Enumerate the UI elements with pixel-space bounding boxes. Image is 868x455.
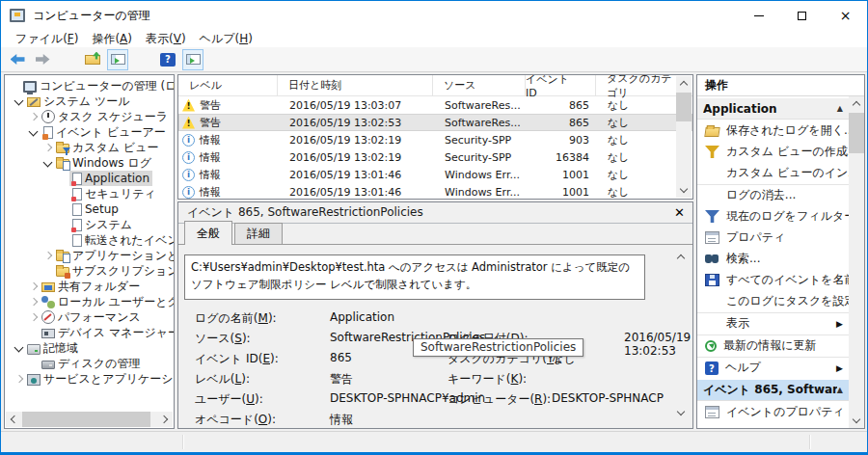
collapse-icon[interactable]: ▲ bbox=[837, 104, 843, 113]
tree-item[interactable]: サービスとアプリケーション bbox=[5, 371, 174, 387]
scroll-up-icon[interactable] bbox=[849, 96, 864, 112]
scroll-thumb[interactable] bbox=[849, 113, 864, 153]
expander-icon[interactable] bbox=[27, 280, 41, 293]
tree-item[interactable]: Setup bbox=[5, 201, 174, 217]
detail-tab[interactable]: 全般 bbox=[184, 221, 232, 245]
expander-icon[interactable] bbox=[13, 372, 26, 386]
action-item[interactable]: ヘルプ ▶ bbox=[697, 357, 849, 378]
toolbar-button[interactable] bbox=[107, 49, 128, 70]
action-group-header-event[interactable]: イベント 865, SoftwareRest... ▲ bbox=[697, 380, 849, 401]
column-header-datetime[interactable]: 日付と時刻 bbox=[278, 75, 433, 95]
action-item[interactable]: イベントのプロパティ ▶ bbox=[697, 401, 849, 422]
tree-item[interactable]: ローカル ユーザーとグループ bbox=[5, 294, 174, 309]
toolbar-button[interactable] bbox=[32, 49, 53, 70]
scroll-thumb[interactable] bbox=[676, 93, 692, 121]
expander-icon[interactable] bbox=[41, 249, 55, 262]
tree-item[interactable]: コンピューターの管理 (ローカル) bbox=[5, 78, 174, 94]
maximize-button[interactable] bbox=[780, 1, 824, 30]
expander-icon[interactable] bbox=[27, 357, 41, 370]
detail-tab[interactable]: 詳細 bbox=[234, 223, 283, 245]
minimize-button[interactable] bbox=[737, 1, 780, 30]
menu-item[interactable]: ファイル(F) bbox=[9, 31, 85, 47]
scroll-down-icon[interactable] bbox=[676, 182, 692, 198]
action-item[interactable]: ログの消去... ▶ bbox=[697, 184, 849, 205]
menu-item[interactable]: 表示(V) bbox=[139, 31, 193, 47]
expander-icon[interactable] bbox=[56, 218, 69, 231]
expander-icon[interactable] bbox=[27, 326, 41, 339]
tree-item[interactable]: Windows ログ bbox=[5, 155, 174, 171]
expander-icon[interactable] bbox=[56, 172, 69, 185]
menu-item[interactable]: ヘルプ(H) bbox=[193, 31, 259, 47]
tree-item[interactable]: 記憶域 bbox=[5, 340, 174, 356]
toolbar-button[interactable] bbox=[132, 49, 153, 70]
event-row[interactable]: 情報 2016/05/19 13:01:46 Windows Err... 10… bbox=[178, 183, 692, 200]
event-message[interactable]: C:¥Users¥admin¥Desktop¥test.hta へのアクセスは … bbox=[184, 254, 645, 300]
column-header-category[interactable]: タスクのカテゴリ bbox=[596, 75, 678, 95]
column-header-level[interactable]: レベル bbox=[178, 75, 278, 95]
column-header-source[interactable]: ソース bbox=[433, 75, 526, 95]
actions-scrollbar[interactable] bbox=[849, 96, 864, 428]
column-header-eventid[interactable]: イベント ID bbox=[526, 75, 596, 95]
scroll-down-icon[interactable] bbox=[849, 413, 864, 428]
expander-icon[interactable] bbox=[56, 187, 69, 201]
tree-item[interactable]: カスタム ビュー bbox=[5, 140, 174, 155]
action-item[interactable]: すべてのイベントを名前... ▶ bbox=[697, 269, 849, 290]
action-item[interactable]: 最新の情報に更新 ▶ bbox=[697, 335, 849, 356]
expander-icon[interactable] bbox=[27, 295, 41, 308]
action-item[interactable]: このログにタスクを設定... ▶ bbox=[697, 290, 849, 311]
expander-icon[interactable] bbox=[13, 94, 26, 108]
toolbar-button[interactable] bbox=[57, 49, 78, 70]
toolbar-button[interactable] bbox=[182, 49, 203, 70]
action-group-header-application[interactable]: Application ▲ bbox=[697, 98, 849, 120]
expander-icon[interactable] bbox=[56, 202, 69, 216]
expander-icon[interactable] bbox=[56, 233, 69, 247]
action-item[interactable]: このイベントにタスクを ▶ bbox=[697, 422, 849, 428]
event-row[interactable]: 情報 2016/05/19 13:02:19 Security-SPP 903 … bbox=[178, 131, 692, 148]
expander-icon[interactable] bbox=[13, 341, 26, 355]
expander-icon[interactable] bbox=[41, 264, 55, 278]
action-item[interactable]: 検索... ▶ bbox=[697, 248, 849, 269]
expander-icon[interactable] bbox=[27, 310, 41, 324]
tree-item[interactable]: タスク スケジューラ bbox=[5, 109, 174, 124]
menu-item[interactable]: 操作(A) bbox=[85, 31, 139, 47]
expander-icon[interactable] bbox=[27, 110, 41, 123]
toolbar-button[interactable] bbox=[82, 49, 103, 70]
tree-item[interactable]: 転送されたイベント bbox=[5, 232, 174, 248]
action-item[interactable]: 表示 ▶ bbox=[697, 312, 849, 334]
detail-close-icon[interactable]: ✕ bbox=[674, 206, 685, 219]
event-row[interactable]: 警告 2016/05/19 13:02:53 SoftwareRes... 86… bbox=[178, 114, 692, 131]
scroll-up-icon[interactable] bbox=[676, 253, 688, 262]
toolbar-button[interactable] bbox=[7, 49, 28, 70]
scroll-right-icon[interactable] bbox=[157, 412, 173, 427]
tree-item[interactable]: パフォーマンス bbox=[5, 309, 174, 325]
tree-item[interactable]: セキュリティ bbox=[5, 186, 174, 201]
event-row[interactable]: 情報 2016/05/19 13:01:46 Windows Err... 10… bbox=[178, 166, 692, 183]
scroll-thumb[interactable] bbox=[22, 412, 150, 427]
expander-icon[interactable] bbox=[41, 141, 55, 154]
scroll-down-icon[interactable] bbox=[676, 409, 688, 418]
event-row[interactable]: 情報 2016/05/19 13:02:19 Security-SPP 1638… bbox=[178, 148, 692, 166]
scroll-up-icon[interactable] bbox=[676, 76, 692, 92]
action-item[interactable]: 保存されたログを開く... ▶ bbox=[697, 120, 849, 141]
scroll-left-icon[interactable] bbox=[6, 412, 21, 427]
expander-icon[interactable] bbox=[9, 79, 22, 93]
expander-icon[interactable] bbox=[27, 125, 41, 139]
tree-item[interactable]: デバイス マネージャー bbox=[5, 325, 174, 340]
event-row[interactable]: 警告 2016/05/19 13:03:07 SoftwareRes... 86… bbox=[178, 96, 692, 114]
action-item[interactable]: カスタム ビューのインポ... ▶ bbox=[697, 162, 849, 183]
tree-item[interactable]: アプリケーションとサービ bbox=[5, 248, 174, 263]
action-item[interactable]: カスタム ビューの作成... ▶ bbox=[697, 141, 849, 162]
action-item[interactable]: 現在のログをフィルター... ▶ bbox=[697, 205, 849, 227]
tree-item[interactable]: 共有フォルダー bbox=[5, 279, 174, 294]
tree-item[interactable]: システム bbox=[5, 217, 174, 232]
tree-item[interactable]: Application bbox=[5, 171, 174, 186]
toolbar-button[interactable] bbox=[157, 49, 178, 70]
tree-item[interactable]: イベント ビューアー bbox=[5, 124, 174, 140]
close-button[interactable]: × bbox=[824, 1, 867, 30]
tree-horizontal-scrollbar[interactable] bbox=[6, 412, 173, 427]
action-item[interactable]: プロパティ ▶ bbox=[697, 227, 849, 248]
collapse-icon[interactable]: ▲ bbox=[837, 386, 843, 394]
tree-item[interactable]: ディスクの管理 bbox=[5, 356, 174, 371]
tree-item[interactable]: サブスクリプション bbox=[5, 263, 174, 279]
event-list-scrollbar[interactable] bbox=[676, 76, 692, 198]
